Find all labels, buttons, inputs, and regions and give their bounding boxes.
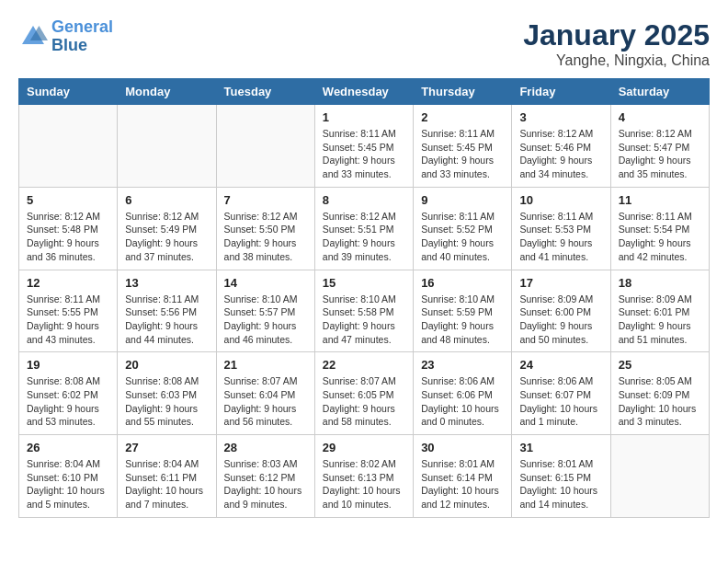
calendar-cell: 13Sunrise: 8:11 AM Sunset: 5:56 PM Dayli… xyxy=(118,270,216,352)
calendar-cell: 6Sunrise: 8:12 AM Sunset: 5:49 PM Daylig… xyxy=(118,187,216,270)
calendar-cell: 30Sunrise: 8:01 AM Sunset: 6:14 PM Dayli… xyxy=(414,435,512,518)
cell-info: Sunrise: 8:12 AM Sunset: 5:51 PM Dayligh… xyxy=(323,210,405,264)
cell-info: Sunrise: 8:01 AM Sunset: 6:15 PM Dayligh… xyxy=(519,457,602,511)
day-number: 29 xyxy=(323,441,405,454)
cell-info: Sunrise: 8:11 AM Sunset: 5:56 PM Dayligh… xyxy=(125,293,208,347)
day-number: 1 xyxy=(323,110,405,124)
week-row-3: 12Sunrise: 8:11 AM Sunset: 5:55 PM Dayli… xyxy=(19,270,710,352)
day-number: 13 xyxy=(125,276,208,290)
calendar-cell xyxy=(610,435,709,518)
cell-info: Sunrise: 8:05 AM Sunset: 6:09 PM Dayligh… xyxy=(619,374,701,429)
cell-info: Sunrise: 8:09 AM Sunset: 6:01 PM Dayligh… xyxy=(619,293,701,347)
calendar-cell: 22Sunrise: 8:07 AM Sunset: 6:05 PM Dayli… xyxy=(314,352,413,435)
cell-info: Sunrise: 8:11 AM Sunset: 5:52 PM Dayligh… xyxy=(421,210,504,264)
day-number: 28 xyxy=(224,441,307,454)
day-number: 27 xyxy=(125,441,208,454)
month-title: January 2025 xyxy=(523,18,710,52)
calendar-table: SundayMondayTuesdayWednesdayThursdayFrid… xyxy=(18,78,710,518)
week-row-4: 19Sunrise: 8:08 AM Sunset: 6:02 PM Dayli… xyxy=(19,352,710,435)
day-number: 22 xyxy=(323,358,405,372)
calendar-cell: 29Sunrise: 8:02 AM Sunset: 6:13 PM Dayli… xyxy=(314,435,413,518)
day-number: 12 xyxy=(27,276,109,290)
day-number: 10 xyxy=(519,193,602,207)
day-number: 9 xyxy=(421,193,504,207)
logo-icon xyxy=(18,22,48,52)
calendar-cell: 5Sunrise: 8:12 AM Sunset: 5:48 PM Daylig… xyxy=(19,187,118,270)
cell-info: Sunrise: 8:11 AM Sunset: 5:53 PM Dayligh… xyxy=(519,210,602,264)
day-number: 30 xyxy=(421,441,504,454)
day-number: 23 xyxy=(421,358,504,372)
calendar-cell: 17Sunrise: 8:09 AM Sunset: 6:00 PM Dayli… xyxy=(512,270,610,352)
calendar-cell: 25Sunrise: 8:05 AM Sunset: 6:09 PM Dayli… xyxy=(610,352,709,435)
cell-info: Sunrise: 8:11 AM Sunset: 5:54 PM Dayligh… xyxy=(619,210,701,264)
day-number: 11 xyxy=(619,193,701,207)
header: GeneralBlue January 2025 Yanghe, Ningxia… xyxy=(18,18,710,69)
day-number: 19 xyxy=(27,358,109,372)
calendar-cell: 31Sunrise: 8:01 AM Sunset: 6:15 PM Dayli… xyxy=(512,435,610,518)
cell-info: Sunrise: 8:12 AM Sunset: 5:47 PM Dayligh… xyxy=(619,127,701,181)
cell-info: Sunrise: 8:04 AM Sunset: 6:10 PM Dayligh… xyxy=(27,457,109,511)
cell-info: Sunrise: 8:11 AM Sunset: 5:55 PM Dayligh… xyxy=(27,293,109,347)
location-title: Yanghe, Ningxia, China xyxy=(523,52,710,69)
day-number: 17 xyxy=(519,276,602,290)
cell-info: Sunrise: 8:06 AM Sunset: 6:07 PM Dayligh… xyxy=(519,374,602,429)
logo: GeneralBlue xyxy=(18,18,113,55)
calendar-cell: 16Sunrise: 8:10 AM Sunset: 5:59 PM Dayli… xyxy=(414,270,512,352)
cell-info: Sunrise: 8:12 AM Sunset: 5:50 PM Dayligh… xyxy=(224,210,307,264)
cell-info: Sunrise: 8:02 AM Sunset: 6:13 PM Dayligh… xyxy=(323,457,405,511)
week-row-5: 26Sunrise: 8:04 AM Sunset: 6:10 PM Dayli… xyxy=(19,435,710,518)
logo-text: GeneralBlue xyxy=(51,18,113,55)
calendar-cell: 20Sunrise: 8:08 AM Sunset: 6:03 PM Dayli… xyxy=(118,352,216,435)
weekday-header-row: SundayMondayTuesdayWednesdayThursdayFrid… xyxy=(19,79,710,105)
week-row-1: 1Sunrise: 8:11 AM Sunset: 5:45 PM Daylig… xyxy=(19,105,710,188)
calendar-cell: 28Sunrise: 8:03 AM Sunset: 6:12 PM Dayli… xyxy=(216,435,314,518)
day-number: 31 xyxy=(519,441,602,454)
calendar-cell: 9Sunrise: 8:11 AM Sunset: 5:52 PM Daylig… xyxy=(414,187,512,270)
weekday-header-monday: Monday xyxy=(118,79,216,105)
day-number: 25 xyxy=(619,358,701,372)
weekday-header-sunday: Sunday xyxy=(19,79,118,105)
weekday-header-thursday: Thursday xyxy=(414,79,512,105)
cell-info: Sunrise: 8:07 AM Sunset: 6:05 PM Dayligh… xyxy=(323,374,405,429)
calendar-cell: 21Sunrise: 8:07 AM Sunset: 6:04 PM Dayli… xyxy=(216,352,314,435)
calendar-cell: 19Sunrise: 8:08 AM Sunset: 6:02 PM Dayli… xyxy=(19,352,118,435)
cell-info: Sunrise: 8:10 AM Sunset: 5:57 PM Dayligh… xyxy=(224,293,307,347)
calendar-cell: 4Sunrise: 8:12 AM Sunset: 5:47 PM Daylig… xyxy=(610,105,709,188)
cell-info: Sunrise: 8:12 AM Sunset: 5:48 PM Dayligh… xyxy=(27,210,109,264)
calendar-cell xyxy=(118,105,216,188)
day-number: 24 xyxy=(519,358,602,372)
week-row-2: 5Sunrise: 8:12 AM Sunset: 5:48 PM Daylig… xyxy=(19,187,710,270)
day-number: 26 xyxy=(27,441,109,454)
calendar-cell: 24Sunrise: 8:06 AM Sunset: 6:07 PM Dayli… xyxy=(512,352,610,435)
calendar-cell: 18Sunrise: 8:09 AM Sunset: 6:01 PM Dayli… xyxy=(610,270,709,352)
cell-info: Sunrise: 8:01 AM Sunset: 6:14 PM Dayligh… xyxy=(421,457,504,511)
calendar-cell: 27Sunrise: 8:04 AM Sunset: 6:11 PM Dayli… xyxy=(118,435,216,518)
calendar-cell: 12Sunrise: 8:11 AM Sunset: 5:55 PM Dayli… xyxy=(19,270,118,352)
day-number: 15 xyxy=(323,276,405,290)
cell-info: Sunrise: 8:10 AM Sunset: 5:58 PM Dayligh… xyxy=(323,293,405,347)
weekday-header-wednesday: Wednesday xyxy=(314,79,413,105)
day-number: 18 xyxy=(619,276,701,290)
day-number: 4 xyxy=(619,110,701,124)
cell-info: Sunrise: 8:09 AM Sunset: 6:00 PM Dayligh… xyxy=(519,293,602,347)
day-number: 21 xyxy=(224,358,307,372)
day-number: 2 xyxy=(421,110,504,124)
cell-info: Sunrise: 8:03 AM Sunset: 6:12 PM Dayligh… xyxy=(224,457,307,511)
calendar-cell: 10Sunrise: 8:11 AM Sunset: 5:53 PM Dayli… xyxy=(512,187,610,270)
day-number: 3 xyxy=(519,110,602,124)
calendar-cell xyxy=(216,105,314,188)
weekday-header-saturday: Saturday xyxy=(610,79,709,105)
day-number: 8 xyxy=(323,193,405,207)
cell-info: Sunrise: 8:11 AM Sunset: 5:45 PM Dayligh… xyxy=(323,127,405,181)
calendar-cell xyxy=(19,105,118,188)
cell-info: Sunrise: 8:11 AM Sunset: 5:45 PM Dayligh… xyxy=(421,127,504,181)
cell-info: Sunrise: 8:04 AM Sunset: 6:11 PM Dayligh… xyxy=(125,457,208,511)
cell-info: Sunrise: 8:06 AM Sunset: 6:06 PM Dayligh… xyxy=(421,374,504,429)
weekday-header-tuesday: Tuesday xyxy=(216,79,314,105)
cell-info: Sunrise: 8:12 AM Sunset: 5:49 PM Dayligh… xyxy=(125,210,208,264)
calendar-cell: 15Sunrise: 8:10 AM Sunset: 5:58 PM Dayli… xyxy=(314,270,413,352)
cell-info: Sunrise: 8:07 AM Sunset: 6:04 PM Dayligh… xyxy=(224,374,307,429)
weekday-header-friday: Friday xyxy=(512,79,610,105)
day-number: 16 xyxy=(421,276,504,290)
cell-info: Sunrise: 8:12 AM Sunset: 5:46 PM Dayligh… xyxy=(519,127,602,181)
